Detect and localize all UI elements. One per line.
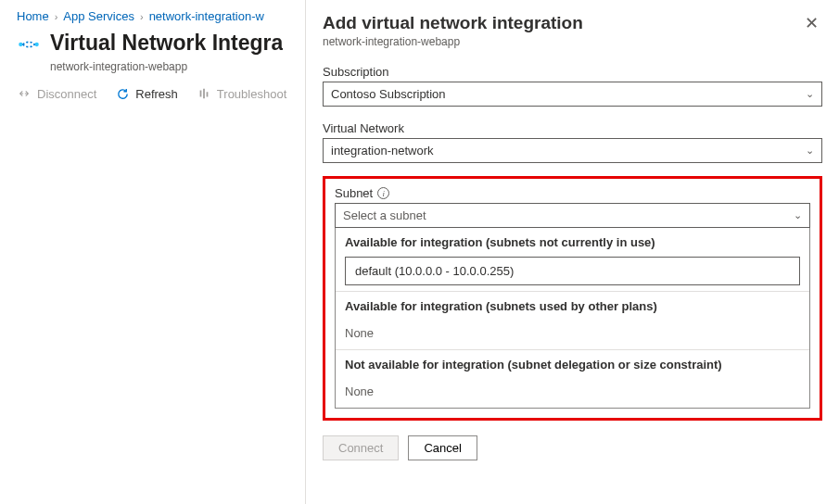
breadcrumb-current[interactable]: network-integration-w: [149, 9, 264, 23]
select-placeholder: Select a subnet: [343, 208, 426, 222]
subnet-option-default[interactable]: default (10.0.0.0 - 10.0.0.255): [345, 257, 800, 285]
svg-point-0: [19, 43, 22, 46]
page-title: Virtual Network Integra: [50, 31, 283, 56]
breadcrumb-home[interactable]: Home: [17, 9, 49, 23]
none-text: None: [336, 379, 809, 408]
svg-rect-4: [206, 92, 208, 96]
connect-button: Connect: [323, 435, 399, 460]
troubleshoot-icon: [197, 86, 211, 101]
chevron-right-icon: ›: [140, 11, 144, 22]
refresh-icon: [115, 86, 130, 101]
svg-rect-3: [203, 89, 205, 99]
subnet-select[interactable]: Select a subnet ⌄: [335, 203, 810, 228]
svg-point-1: [35, 43, 39, 46]
blade-subtitle: network-integration-webapp: [323, 35, 583, 48]
subnet-label: Subnet i: [335, 186, 810, 200]
subnet-label-text: Subnet: [335, 186, 373, 200]
add-vnet-blade: Add virtual network integration network-…: [305, 0, 839, 504]
refresh-button[interactable]: Refresh: [115, 86, 178, 101]
group-heading-available: Available for integration (subnets not c…: [336, 228, 809, 257]
subnet-highlight-box: Subnet i Select a subnet ⌄ Available for…: [323, 176, 822, 421]
blade-button-row: Connect Cancel: [323, 421, 822, 475]
cancel-button[interactable]: Cancel: [408, 435, 477, 460]
select-value: integration-network: [331, 144, 434, 158]
subscription-select[interactable]: Contoso Subscription ⌄: [323, 82, 822, 107]
vnet-label: Virtual Network: [323, 121, 822, 135]
group-heading-other-plans: Available for integration (subnets used …: [336, 292, 809, 321]
subscription-label: Subscription: [323, 65, 822, 79]
breadcrumb-app-services[interactable]: App Services: [63, 9, 134, 23]
select-value: Contoso Subscription: [331, 87, 446, 101]
svg-rect-2: [199, 91, 201, 97]
info-icon[interactable]: i: [377, 187, 389, 199]
blade-title: Add virtual network integration: [323, 13, 583, 33]
toolbar-label: Disconnect: [37, 87, 96, 101]
none-text: None: [336, 321, 809, 349]
toolbar-label: Troubleshoot: [217, 87, 286, 101]
subnet-dropdown: Available for integration (subnets not c…: [335, 228, 810, 409]
group-heading-not-available: Not available for integration (subnet de…: [336, 350, 809, 379]
chevron-down-icon: ⌄: [806, 88, 814, 100]
chevron-down-icon: ⌄: [806, 145, 814, 157]
disconnect-icon: [17, 86, 32, 101]
close-icon[interactable]: ✕: [801, 13, 822, 33]
toolbar-label: Refresh: [135, 87, 178, 101]
disconnect-button: Disconnect: [17, 86, 96, 101]
vnet-peering-icon: [17, 32, 41, 57]
troubleshoot-button: Troubleshoot: [197, 86, 286, 101]
chevron-right-icon: ›: [55, 11, 58, 22]
chevron-down-icon: ⌄: [794, 209, 802, 221]
vnet-select[interactable]: integration-network ⌄: [323, 138, 822, 163]
